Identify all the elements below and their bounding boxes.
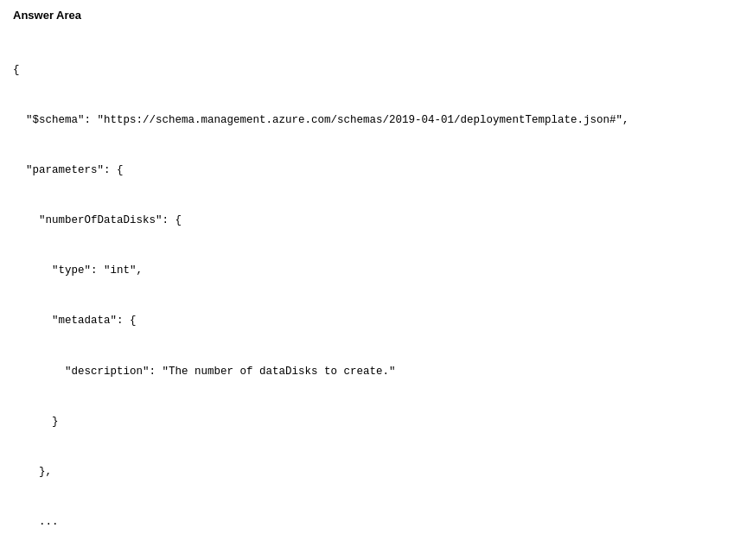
ellipsis-1-line: ... [13,514,727,531]
answer-area-label: Answer Area [13,9,727,22]
parameters-open-line: "parameters": { [13,162,727,179]
brace-open-line: { [13,62,727,79]
metadata-close-line: } [13,414,727,430]
answer-area-container: Answer Area { "$schema": "https://schema… [13,9,727,560]
numberOfDataDisks-open-line: "numberOfDataDisks": { [13,213,727,229]
code-block: { "$schema": "https://schema.management.… [13,29,727,560]
description-line: "description": "The number of dataDisks … [13,364,727,380]
schema-line: "$schema": "https://schema.management.az… [13,112,727,129]
type-line: "type": "int", [13,263,727,279]
numberOfDataDisks-close-line: }, [13,464,727,480]
metadata-open-line: "metadata": { [13,313,727,329]
